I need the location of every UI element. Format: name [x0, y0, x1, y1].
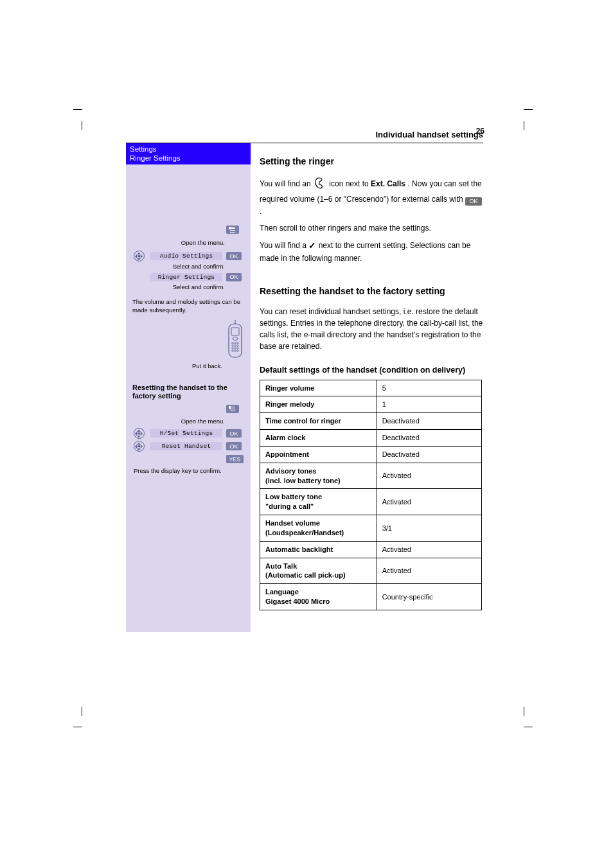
lcd-audio-settings: Audio Settings [150, 252, 222, 260]
svg-point-12 [237, 348, 239, 350]
setting-value: 5 [377, 380, 481, 396]
menu-key-icon [226, 405, 239, 413]
svg-point-9 [237, 345, 239, 347]
svg-point-6 [237, 342, 239, 344]
setting-name: Appointment [260, 446, 377, 463]
table-row: Advisory tones(incl. low battery tone)Ac… [260, 463, 482, 489]
svg-point-10 [232, 348, 234, 350]
defaults-table: Ringer volume5Ringer melody1Time control… [260, 380, 482, 611]
svg-point-5 [235, 342, 236, 344]
section-heading: Resetting the handset to the factory set… [260, 285, 483, 298]
svg-point-3 [233, 337, 238, 340]
setting-value: Deactivated [377, 413, 481, 430]
table-row: LanguageGigaset 4000 MicroCountry-specif… [260, 584, 482, 610]
svg-point-7 [232, 345, 234, 347]
lcd-ringer-settings: Ringer Settings [150, 273, 222, 281]
breadcrumb-2: Ringer Settings [130, 154, 181, 162]
check-icon: ✓ [308, 239, 316, 252]
dpad-icon [134, 441, 145, 452]
paragraph: You can reset individual handset setting… [260, 306, 483, 352]
dpad-icon [134, 428, 145, 439]
lcd-reset-handset: Reset Handset [150, 442, 222, 450]
sidebar-breadcrumb: Settings Ringer Settings [126, 143, 251, 164]
setting-value: 3/1 [377, 515, 481, 542]
paragraph: Then scroll to other ringers and make th… [260, 222, 483, 234]
ok-key: OK [226, 252, 242, 260]
ok-key: OK [226, 442, 242, 450]
crop-mark [524, 109, 533, 132]
svg-rect-0 [229, 324, 242, 357]
table-row: Alarm clockDeactivated [260, 430, 482, 447]
table-row: Auto Talk(Automatic call pick-up)Activat… [260, 558, 482, 584]
setting-name: Handset volume(Loudspeaker/Handset) [260, 515, 377, 542]
after-note: The volume and melody settings can be ma… [126, 296, 251, 317]
svg-point-15 [237, 350, 239, 352]
handset-caption: Put it back. [126, 360, 251, 373]
crop-mark [73, 109, 82, 132]
menu-key-icon [226, 226, 239, 234]
sidebar: Settings Ringer Settings Open the menu. [126, 143, 251, 632]
setting-value: Country-specific [377, 584, 481, 610]
svg-point-11 [235, 348, 236, 350]
page: 26 Individual handset settings Settings … [126, 122, 483, 632]
table-row: Ringer melody1 [260, 396, 482, 413]
nav-note: Select and confirm. [126, 281, 251, 294]
crop-mark [524, 707, 533, 730]
setting-value: Deactivated [377, 446, 481, 463]
setting-value: Deactivated [377, 430, 481, 447]
setting-name: Alarm clock [260, 430, 377, 447]
table-row: Time control for ringerDeactivated [260, 413, 482, 430]
setting-value: 1 [377, 396, 481, 413]
menu-note: Open the menu. [126, 415, 251, 429]
svg-point-4 [232, 342, 234, 344]
svg-point-13 [232, 350, 234, 352]
table-row: Low battery tone"during a call"Activated [260, 489, 482, 515]
section-heading: Setting the ringer [260, 155, 483, 168]
svg-point-14 [235, 350, 236, 352]
setting-name: Automatic backlight [260, 541, 377, 558]
ok-key: OK [226, 273, 242, 281]
setting-name: Ringer melody [260, 396, 377, 413]
handset-icon [226, 320, 244, 360]
paragraph: You will find a ✓ next to the current se… [260, 239, 483, 264]
paragraph: You will find an icon next to Ext. Calls… [260, 176, 483, 217]
menu-note: Open the menu. [126, 236, 251, 250]
setting-value: Activated [377, 463, 481, 489]
sidebar-subhead: Resetting the handset to the factory set… [132, 384, 244, 402]
table-row: Handset volume(Loudspeaker/Handset)3/1 [260, 515, 482, 542]
table-row: AppointmentDeactivated [260, 446, 482, 463]
setting-value: Activated [377, 541, 481, 558]
ok-key-inline: OK [465, 197, 482, 206]
main-body: Setting the ringer You will find an icon… [251, 143, 483, 632]
ok-key: OK [226, 429, 242, 438]
lcd-hset-settings: H/Set Settings [150, 429, 222, 438]
setting-name: LanguageGigaset 4000 Micro [260, 584, 377, 610]
svg-point-8 [235, 345, 236, 347]
header: Individual handset settings [126, 122, 483, 143]
setting-value: Activated [377, 558, 481, 584]
yes-note: Press the display key to confirm. [126, 465, 251, 478]
setting-name: Low battery tone"during a call" [260, 489, 377, 515]
running-title: Individual handset settings [375, 130, 483, 139]
handset-inline-icon [314, 176, 326, 193]
table-row: Automatic backlightActivated [260, 541, 482, 558]
setting-name: Time control for ringer [260, 413, 377, 430]
crop-mark [73, 707, 82, 730]
dpad-icon [134, 251, 145, 261]
svg-rect-2 [231, 328, 239, 335]
table-row: Ringer volume5 [260, 380, 482, 396]
yes-key: YES [226, 455, 244, 463]
breadcrumb-1: Settings [130, 145, 157, 153]
setting-name: Auto Talk(Automatic call pick-up) [260, 558, 377, 584]
page-number: 26 [476, 127, 484, 136]
setting-value: Activated [377, 489, 481, 515]
setting-name: Ringer volume [260, 380, 377, 396]
setting-name: Advisory tones(incl. low battery tone) [260, 463, 377, 489]
section-subheading: Default settings of the handset (conditi… [260, 365, 483, 375]
